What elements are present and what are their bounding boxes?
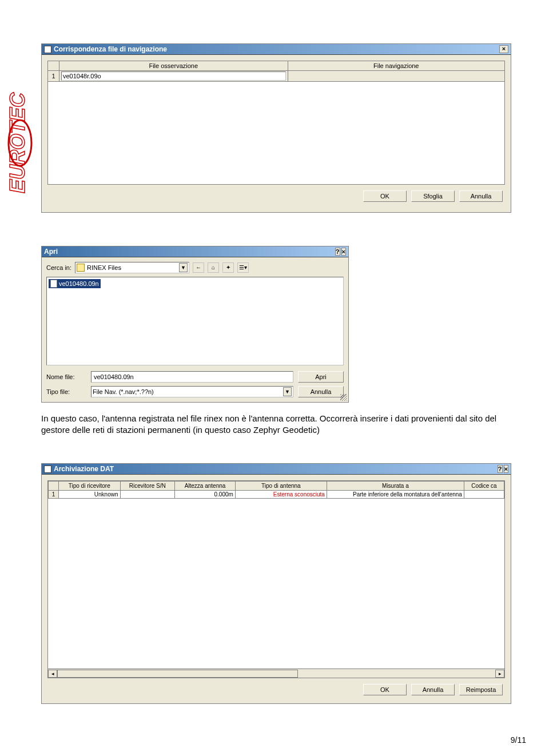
col-tipo-antenna: Tipo di antenna bbox=[235, 482, 327, 491]
annulla-button[interactable]: Annulla bbox=[411, 684, 455, 695]
instruction-text: In questo caso, l'antenna registrata nel… bbox=[41, 413, 511, 436]
table-row[interactable]: 1 Unknown 0.000m Esterna sconosciuta Par… bbox=[49, 491, 504, 499]
folder-name: RINEX Files bbox=[87, 264, 121, 271]
oss-input[interactable] bbox=[61, 71, 286, 81]
cerca-in-label: Cerca in: bbox=[46, 264, 71, 271]
close-icon[interactable]: × bbox=[341, 248, 346, 256]
dialog3-title: Archiviazione DAT bbox=[54, 465, 114, 473]
col-altezza-antenna: Altezza antenna bbox=[175, 482, 236, 491]
up-folder-icon[interactable]: ⌂ bbox=[208, 262, 219, 273]
col-ricevitore-sn: Ricevitore S/N bbox=[120, 482, 175, 491]
tipo-file-value: File Nav. (*.nav;*.??n) bbox=[93, 388, 154, 395]
nome-file-label: Nome file: bbox=[46, 373, 86, 380]
scrollbar-track[interactable] bbox=[57, 670, 495, 678]
dialog2-title: Apri bbox=[44, 248, 58, 256]
col-tipo-ricevitore: Tipo di ricevitore bbox=[59, 482, 121, 491]
file-item-name: ve010480.09n bbox=[59, 280, 99, 287]
col-navigazione: File navigazione bbox=[288, 61, 505, 71]
list-item[interactable]: ve010480.09n bbox=[49, 279, 101, 288]
tipo-file-label: Tipo file: bbox=[46, 388, 86, 395]
ok-button[interactable]: OK bbox=[363, 190, 407, 202]
ok-button[interactable]: OK bbox=[363, 684, 407, 695]
help-icon[interactable]: ? bbox=[498, 465, 503, 473]
apri-dialog: Apri ?× Cerca in: RINEX Files ▼ ← ⌂ ✦ ☰▾… bbox=[41, 246, 349, 403]
close-icon[interactable]: × bbox=[504, 465, 508, 473]
cell-tipo-antenna[interactable]: Esterna sconosciuta bbox=[235, 491, 327, 499]
nome-file-input[interactable] bbox=[91, 371, 293, 383]
file-list[interactable]: ve010480.09n bbox=[46, 277, 344, 365]
tipo-file-dropdown[interactable]: File Nav. (*.nav;*.??n) ▼ bbox=[91, 386, 293, 397]
view-menu-icon[interactable]: ☰▾ bbox=[237, 262, 249, 273]
scrollbar-thumb[interactable] bbox=[57, 670, 298, 678]
resize-grip-icon[interactable] bbox=[340, 394, 347, 401]
scroll-right-icon[interactable]: ▸ bbox=[495, 670, 504, 678]
nav-file-table: File osservazione File navigazione 1 bbox=[47, 61, 505, 82]
horizontal-scrollbar[interactable]: ◂ ▸ bbox=[47, 669, 505, 678]
cell-tipo-ricevitore[interactable]: Unknown bbox=[59, 491, 121, 499]
back-icon[interactable]: ← bbox=[193, 262, 204, 273]
page-number: 9/11 bbox=[511, 735, 526, 745]
nav-cell[interactable] bbox=[288, 71, 505, 82]
scroll-left-icon[interactable]: ◂ bbox=[48, 670, 57, 678]
cell-ricevitore-sn[interactable] bbox=[120, 491, 175, 499]
cell-altezza-antenna[interactable]: 0.000m bbox=[175, 491, 236, 499]
file-icon bbox=[50, 280, 57, 288]
row-number: 1 bbox=[49, 491, 59, 499]
dat-table: Tipo di ricevitore Ricevitore S/N Altezz… bbox=[48, 481, 504, 499]
dialog3-titlebar: Archiviazione DAT ?× bbox=[42, 464, 511, 475]
logo-svg: EUROTEC bbox=[6, 34, 34, 252]
dialog1-titlebar: Corrispondenza file di navigazione × bbox=[42, 44, 511, 55]
col-codice: Codice ca bbox=[464, 482, 504, 491]
nav-corrispondenza-dialog: Corrispondenza file di navigazione × Fil… bbox=[41, 43, 511, 213]
cell-codice[interactable] bbox=[464, 491, 504, 499]
help-icon[interactable]: ? bbox=[335, 248, 340, 256]
chevron-down-icon[interactable]: ▼ bbox=[283, 387, 292, 396]
row-header-blank bbox=[49, 482, 59, 491]
table-row: 1 bbox=[48, 71, 505, 82]
row-header-blank bbox=[48, 61, 59, 71]
oss-cell[interactable] bbox=[59, 71, 288, 82]
table-empty-area bbox=[47, 82, 505, 185]
dialog1-title: Corrispondenza file di navigazione bbox=[54, 45, 167, 53]
archiviazione-dat-dialog: Archiviazione DAT ?× Tipo di ricevitore … bbox=[41, 463, 511, 704]
apri-button[interactable]: Apri bbox=[298, 371, 344, 383]
dialog2-titlebar: Apri ?× bbox=[42, 246, 348, 257]
col-misurata-a: Misurata a bbox=[327, 482, 464, 491]
folder-dropdown[interactable]: RINEX Files ▼ bbox=[75, 262, 189, 273]
chevron-down-icon[interactable]: ▼ bbox=[179, 263, 188, 272]
reimposta-button[interactable]: Reimposta bbox=[459, 684, 503, 695]
sfoglia-button[interactable]: Sfoglia bbox=[411, 190, 455, 202]
close-icon[interactable]: × bbox=[499, 45, 508, 53]
folder-icon bbox=[77, 264, 85, 272]
app-icon bbox=[44, 46, 51, 53]
annulla-button[interactable]: Annulla bbox=[459, 190, 503, 202]
app-icon bbox=[44, 465, 51, 473]
row-number: 1 bbox=[48, 71, 59, 82]
cell-misurata-a[interactable]: Parte inferiore della montatura dell'ant… bbox=[327, 491, 464, 499]
col-osservazione: File osservazione bbox=[59, 61, 288, 71]
eurotec-logo: EUROTEC bbox=[6, 34, 34, 252]
dat-table-container: Tipo di ricevitore Ricevitore S/N Altezz… bbox=[47, 480, 505, 669]
annulla-button[interactable]: Annulla bbox=[298, 386, 344, 397]
new-folder-icon[interactable]: ✦ bbox=[222, 262, 234, 273]
